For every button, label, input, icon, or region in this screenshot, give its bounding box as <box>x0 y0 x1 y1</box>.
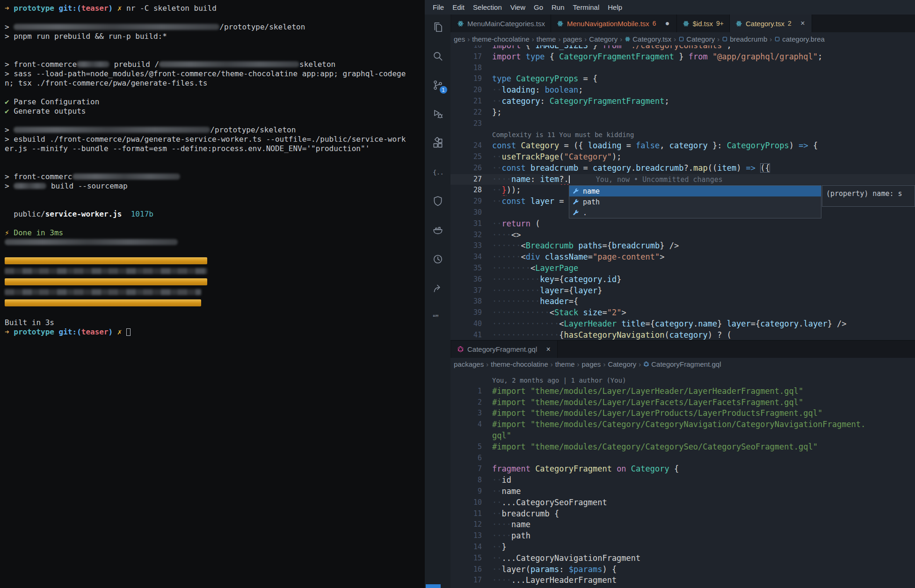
code-line[interactable]: 14··} <box>450 542 915 553</box>
code-line[interactable]: 34······<div className="page-content"> <box>450 252 915 263</box>
code-line[interactable]: 12····name <box>450 519 915 530</box>
source-control-icon[interactable]: 1 <box>432 79 444 91</box>
menu-view[interactable]: View <box>506 3 530 11</box>
codelens-row[interactable]: You, 2 months ago | 1 author (You) <box>450 375 915 386</box>
close-icon[interactable]: × <box>799 19 806 28</box>
code-line[interactable]: 11··breadcrumb { <box>450 508 915 520</box>
code-line[interactable]: 38··········header={ <box>450 296 915 307</box>
run-debug-icon[interactable] <box>432 108 444 120</box>
breadcrumb-item[interactable]: theme-chocolatine <box>491 360 548 368</box>
menu-file[interactable]: File <box>428 3 448 11</box>
breadcrumb-item[interactable]: theme <box>555 360 575 368</box>
breadcrumb-item[interactable]: Category.tsx <box>625 35 671 43</box>
panel-breadcrumb[interactable]: packages›theme-chocolatine›theme›pages›C… <box>450 358 915 370</box>
code-line[interactable]: 2#import "theme/modules/Layer/LayerFacet… <box>450 397 915 408</box>
search-icon[interactable] <box>432 50 444 62</box>
code-line[interactable]: 23 <box>450 118 915 130</box>
breadcrumb-item[interactable]: Category <box>678 35 715 43</box>
code-line[interactable]: 39············<Stack size="2"> <box>450 307 915 319</box>
tab-MenuMainCategories.tsx[interactable]: MenuMainCategories.tsx <box>451 15 551 32</box>
quotes-icon[interactable]: “” <box>432 311 444 323</box>
breadcrumb-item[interactable]: packages <box>454 360 484 368</box>
code-line[interactable]: 7fragment CategoryFragment on Category { <box>450 464 915 475</box>
breadcrumb-item[interactable]: Category <box>589 35 617 43</box>
codelens[interactable]: You, 2 months ago | 1 author (You) <box>492 377 626 384</box>
code-line[interactable]: 26··const breadcrumb = category.breadcru… <box>450 163 915 174</box>
suggest-item-.[interactable]: . <box>569 207 821 218</box>
chevron-right-icon: › <box>617 35 625 43</box>
symbols-icon[interactable]: {..} <box>432 166 444 178</box>
code-line[interactable]: 5#import "theme/modules/Category/Categor… <box>450 442 915 453</box>
menu-help[interactable]: Help <box>603 3 626 11</box>
terminal[interactable]: ➜ prototype git:(teaser) ✗ nr -C skeleto… <box>0 0 425 588</box>
menu-edit[interactable]: Edit <box>448 3 469 11</box>
breadcrumb-item[interactable]: category.brea <box>774 35 825 43</box>
tab-Category.tsx[interactable]: Category.tsx2× <box>730 15 812 32</box>
code-line[interactable]: gql" <box>450 430 915 442</box>
code-line[interactable]: 22}; <box>450 107 915 118</box>
breadcrumb-item[interactable]: CategoryFragment.gql <box>643 360 721 368</box>
suggest-widget[interactable]: namepath. <box>569 185 821 218</box>
code-line[interactable]: 13····path <box>450 530 915 542</box>
code-line[interactable]: 20··loading: boolean; <box>450 85 915 96</box>
suggest-item-name[interactable]: name <box>569 186 821 196</box>
code-line[interactable]: 24const Category = ({ loading = false, c… <box>450 140 915 152</box>
tab-$id.tsx[interactable]: $id.tsx9+ <box>677 15 730 32</box>
menu-terminal[interactable]: Terminal <box>569 3 604 11</box>
code-line[interactable]: 41··············{hasCategoryNavigation(c… <box>450 330 915 340</box>
property-icon <box>572 198 579 205</box>
code-line[interactable]: 6 <box>450 453 915 464</box>
history-icon[interactable] <box>432 253 444 265</box>
code-line[interactable]: 17import type { CategoryFragmentFragment… <box>450 51 915 63</box>
breadcrumb[interactable]: ges›theme-chocolatine›theme›pages›Catego… <box>450 32 915 45</box>
menu-selection[interactable]: Selection <box>469 3 506 11</box>
redacted-text <box>5 239 178 245</box>
breadcrumb-item[interactable]: ges <box>454 35 465 43</box>
code-line[interactable]: 3#import "theme/modules/Layer/LayerProdu… <box>450 408 915 419</box>
code-line[interactable]: 8··id <box>450 475 915 486</box>
breadcrumb-item[interactable]: theme-chocolatine <box>472 35 530 43</box>
dirty-indicator[interactable]: ● <box>664 19 671 28</box>
code-line[interactable]: 15··...CategoryNavigationFragment <box>450 553 915 564</box>
code-line[interactable]: 17····...LayerHeaderFragment <box>450 575 915 586</box>
code-line[interactable]: 40··············<LayerHeader title={cate… <box>450 319 915 330</box>
code-line[interactable]: 33······<Breadcrumb paths={breadcrumb} /… <box>450 240 915 252</box>
code-line[interactable]: 35········<LayerPage <box>450 263 915 274</box>
breadcrumb-item[interactable]: breadcrumb <box>722 35 767 43</box>
tab-CategoryFragment.gql[interactable]: CategoryFragment.gql× <box>451 341 558 358</box>
close-icon[interactable]: × <box>545 345 552 354</box>
editor-categoryfragment-gql[interactable]: You, 2 months ago | 1 author (You)1#impo… <box>450 370 915 588</box>
code-line[interactable]: 16··layer(params: $params) { <box>450 564 915 575</box>
code-line[interactable]: 19type CategoryProps = { <box>450 73 915 85</box>
code-line[interactable]: 18····...LayerFacetsFragment <box>450 586 915 588</box>
code-line[interactable]: 10··...CategorySeoFragment <box>450 497 915 508</box>
breadcrumb-item[interactable]: theme <box>537 35 556 43</box>
share-icon[interactable] <box>432 282 444 294</box>
suggest-item-path[interactable]: path <box>569 196 821 207</box>
codelens-row[interactable]: Complexity is 11 You must be kidding <box>450 129 915 140</box>
tab-MenuNavigationMobile.tsx[interactable]: MenuNavigationMobile.tsx6● <box>551 15 677 32</box>
code-line[interactable]: 1#import "theme/modules/Layer/LayerHeade… <box>450 386 915 397</box>
menu-run[interactable]: Run <box>547 3 569 11</box>
menu-go[interactable]: Go <box>530 3 547 11</box>
breadcrumb-item[interactable]: pages <box>582 360 601 368</box>
container-icon[interactable] <box>432 224 444 236</box>
code-line[interactable]: 16import { IMAGE_SIZES } from "./categor… <box>450 45 915 51</box>
extensions-icon[interactable] <box>432 137 444 149</box>
code-line[interactable]: 4#import "theme/modules/Category/Categor… <box>450 419 915 430</box>
code-line[interactable]: 32····<> <box>450 230 915 241</box>
breadcrumb-item[interactable]: Category <box>608 360 636 368</box>
code-line[interactable]: 27····name: item?.You, now • Uncommitted… <box>450 174 915 185</box>
breadcrumb-item[interactable]: pages <box>563 35 582 43</box>
code-line[interactable]: 36··········key={category.id} <box>450 274 915 285</box>
code-line[interactable]: 37··········layer={layer} <box>450 285 915 297</box>
code-line[interactable]: 18 <box>450 63 915 74</box>
code-line[interactable]: 25··useTrackPage("Category"); <box>450 152 915 163</box>
code-line[interactable]: 21··category: CategoryFragmentFragment; <box>450 96 915 107</box>
code-line[interactable]: 9··name <box>450 486 915 497</box>
explorer-icon[interactable] <box>432 21 444 33</box>
shield-icon[interactable] <box>432 195 444 207</box>
code-line[interactable]: 31··return ( <box>450 218 915 230</box>
codelens[interactable]: Complexity is 11 You must be kidding <box>492 131 634 138</box>
graphql-icon <box>457 346 464 353</box>
